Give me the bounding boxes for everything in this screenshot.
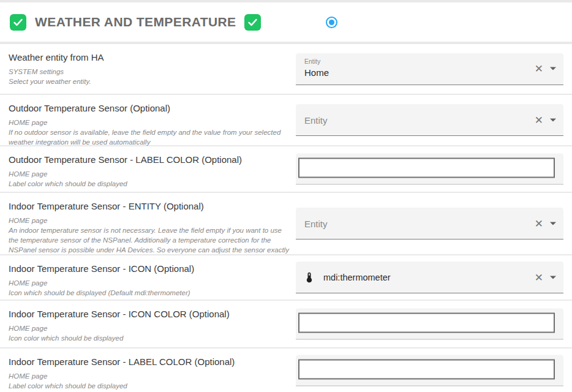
weather-entity-select[interactable]: Entity Home ✕: [296, 53, 563, 85]
setting-page-hint: HOME page: [9, 371, 289, 381]
setting-help-text: Icon which should be displayed (Default …: [9, 289, 190, 296]
radio-dot: [329, 20, 334, 25]
setting-help-text: If no outdoor sensor is available, leave…: [9, 129, 280, 146]
select-controls: ✕: [535, 64, 556, 74]
setting-description: HOME page Icon color which should be dis…: [9, 323, 289, 343]
setting-page-hint: SYSTEM settings: [9, 67, 289, 77]
check-icon: [12, 17, 24, 28]
setting-help-text: Label color which should be displayed: [9, 382, 127, 390]
section-enabled-checkbox-2[interactable]: [244, 14, 261, 31]
section-title: WEATHER AND TEMPERATURE: [35, 15, 236, 29]
entity-select-placeholder: Entity: [304, 115, 328, 125]
setting-description: HOME page If no outdoor sensor is availa…: [9, 118, 289, 147]
setting-description: HOME page Label color which should be di…: [9, 371, 289, 391]
setting-row-indoor-label-color: Indoor Temperature Sensor - LABEL COLOR …: [0, 349, 572, 392]
section-radio-button[interactable]: [326, 17, 337, 28]
check-icon: [247, 17, 258, 28]
indoor-label-color-input[interactable]: [298, 359, 555, 379]
outdoor-label-color-input[interactable]: [298, 158, 555, 178]
setting-help-text: Select your weather entity.: [9, 78, 91, 85]
entity-select-placeholder: Entity: [304, 218, 328, 228]
select-controls: ✕: [535, 115, 556, 125]
thermometer-icon: [303, 271, 315, 284]
section-header: WEATHER AND TEMPERATURE: [0, 2, 572, 42]
setting-page-hint: HOME page: [9, 169, 289, 179]
outdoor-label-color-field: [296, 154, 563, 185]
indoor-icon-select[interactable]: mdi:thermometer ✕: [296, 262, 563, 293]
setting-help-text: Label color which should be displayed: [9, 180, 127, 187]
setting-help-text: Icon color which should be displayed: [9, 334, 123, 342]
setting-row-outdoor-label-color: Outdoor Temperature Sensor - LABEL COLOR…: [0, 146, 572, 192]
clear-icon[interactable]: ✕: [535, 64, 543, 74]
section-enabled-checkbox[interactable]: [10, 14, 26, 31]
clear-icon[interactable]: ✕: [535, 218, 543, 228]
setting-row-weather-entity: Weather entity from HA SYSTEM settings S…: [0, 44, 572, 94]
setting-row-indoor-icon-color: Indoor Temperature Sensor - ICON COLOR (…: [0, 301, 572, 347]
setting-row-indoor-temp-entity: Indoor Temperature Sensor - ENTITY (Opti…: [0, 193, 572, 254]
select-controls: ✕: [535, 218, 556, 228]
outdoor-temp-entity-select[interactable]: Entity ✕: [296, 104, 563, 136]
setting-page-hint: HOME page: [9, 118, 289, 127]
chevron-down-icon[interactable]: [550, 118, 556, 121]
setting-help-text: An indoor temperature sensor is not nece…: [9, 227, 289, 254]
chevron-down-icon[interactable]: [550, 67, 556, 70]
setting-description: HOME page An indoor temperature sensor i…: [9, 216, 289, 255]
settings-page: WEATHER AND TEMPERATURE Weather entity f…: [0, 0, 572, 392]
indoor-temp-entity-select[interactable]: Entity ✕: [296, 208, 563, 239]
entity-select-value: Home: [304, 67, 329, 78]
indoor-label-color-field: [296, 355, 563, 386]
entity-select-label: Entity: [304, 58, 320, 65]
select-controls: ✕: [535, 272, 556, 282]
setting-page-hint: HOME page: [9, 216, 289, 225]
setting-row-indoor-icon: Indoor Temperature Sensor - ICON (Option…: [0, 255, 572, 300]
chevron-down-icon[interactable]: [550, 222, 556, 225]
setting-description: SYSTEM settings Select your weather enti…: [9, 67, 289, 86]
setting-description: HOME page Icon which should be displayed…: [9, 278, 289, 298]
setting-page-hint: HOME page: [9, 278, 289, 288]
indoor-icon-color-input[interactable]: [298, 313, 555, 333]
setting-row-outdoor-temp-sensor: Outdoor Temperature Sensor (Optional) HO…: [0, 95, 572, 145]
clear-icon[interactable]: ✕: [535, 272, 543, 282]
setting-page-hint: HOME page: [9, 323, 289, 333]
icon-select-value: mdi:thermometer: [323, 273, 391, 282]
indoor-icon-color-field: [296, 309, 563, 340]
setting-description: HOME page Label color which should be di…: [9, 169, 289, 189]
chevron-down-icon[interactable]: [550, 276, 556, 279]
clear-icon[interactable]: ✕: [535, 115, 543, 125]
